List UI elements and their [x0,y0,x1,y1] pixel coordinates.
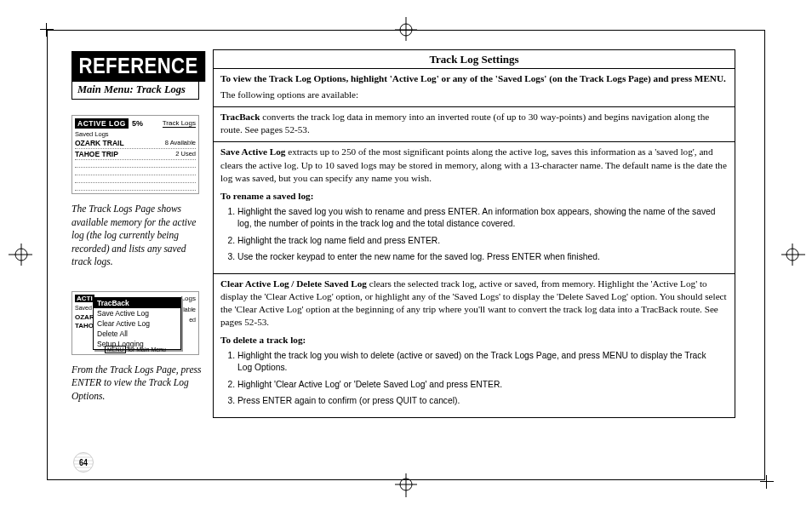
manual-page: REFERENCE Main Menu: Track Logs ACTIVE L… [47,30,765,480]
clear-delete-section: Clear Active Log / Delete Saved Log clea… [214,273,735,417]
rename-steps: Highlight the saved log you wish to rena… [237,206,728,264]
ss2-menu-delete-all: Delete All [94,329,180,339]
ss2-menu-save-active: Save Active Log [94,308,180,318]
intro-follow: The following options are available: [220,89,728,101]
save-active-log-section: Save Active Log extracts up to 250 of th… [214,141,735,272]
sidebar: REFERENCE Main Menu: Track Logs ACTIVE L… [48,31,209,479]
rename-step-2: Highlight the track log name field and p… [237,235,728,247]
save-term: Save Active Log [220,146,285,157]
track-log-settings-title: Track Log Settings [214,50,735,68]
ss2-foot-key: MENU [105,346,126,353]
delete-steps: Highlight the track log you wish to dele… [237,350,728,408]
page-number: 64 [73,452,94,473]
caption-2: From the Track Logs Page, press ENTER to… [71,364,203,404]
ss1-row1-name: OZARK TRAIL [75,139,124,147]
ss2-bg-ed: ed [189,317,196,323]
ss2-menu-clear-active: Clear Active Log [94,318,180,329]
ss1-row1-status: 8 Available [165,139,196,147]
delete-step-1: Highlight the track log you wish to dele… [237,350,728,375]
ss1-row2-status: 2 Used [175,150,196,158]
clear-term: Clear Active Log / Delete Saved Log [220,278,367,289]
rename-heading: To rename a saved log: [220,190,728,203]
section-title-reference: REFERENCE [71,51,205,82]
caption-1: The Track Logs Page shows available memo… [71,203,203,269]
rename-step-3: Use the rocker keypad to enter the new n… [237,251,728,263]
ss2-foot-text: for Main Menu [126,347,166,352]
ss1-saved-logs-label: Saved Logs [75,130,196,138]
intro-section: To view the Track Log Options, highlight… [214,68,735,106]
ss2-bg-alable: alable [180,307,196,312]
registration-mark-right [781,242,807,267]
ss2-bg-taho: TAHO [75,322,94,329]
ss2-menu-tracback: TracBack [94,298,180,308]
intro-bold: To view the Track Log Options, highlight… [220,73,726,83]
ss2-bg-acti: ACTI [75,295,94,302]
ss2-bg-saved: Saved [75,305,92,311]
save-body: extracts up to 250 of the most significa… [220,146,727,182]
ss2-footer: MENU for Main Menu [72,347,198,352]
ss1-tracklogs-label: Track Logs [163,119,196,128]
ss2-popup-menu: TracBack Save Active Log Clear Active Lo… [93,297,181,350]
screenshot-track-log-options: ACTI Logs Saved alable OZAR ed TAHO Trac… [71,291,199,355]
delete-heading: To delete a track log: [220,334,728,347]
ss2-bg-logs: Logs [181,295,196,302]
rename-step-1: Highlight the saved log you wish to rena… [237,206,728,231]
ss1-percent: 5% [132,119,143,128]
breadcrumb: Main Menu: Track Logs [71,81,199,100]
main-content: Track Log Settings To view the Track Log… [209,31,764,479]
tracback-term: TracBack [220,112,260,122]
tracback-section: TracBack converts the track log data in … [214,106,735,141]
registration-mark-left [7,242,32,267]
ss1-active-log-label: ACTIVE LOG [75,118,129,129]
page-number-value: 64 [75,452,91,473]
tracback-body: converts the track log data in memory in… [220,112,709,135]
delete-step-3: Press ENTER again to confirm (or press Q… [237,395,728,407]
screenshot-track-logs-page: ACTIVE LOG 5% Track Logs Saved Logs OZAR… [71,115,199,194]
track-log-settings-box: Track Log Settings To view the Track Log… [213,49,735,418]
delete-step-2: Highlight 'Clear Active Log' or 'Delete … [237,379,728,391]
ss1-row2-name: TAHOE TRIP [75,150,118,158]
ss2-bg-ozar: OZAR [75,313,94,321]
